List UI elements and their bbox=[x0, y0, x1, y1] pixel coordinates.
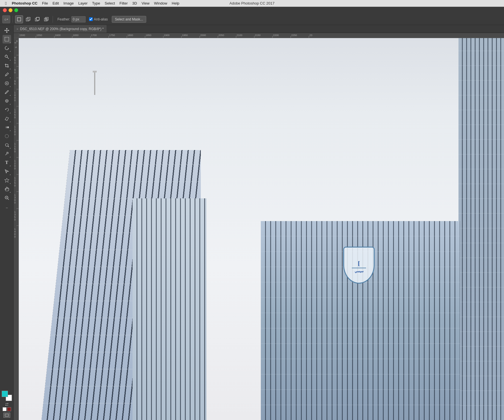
eyedropper-tool[interactable] bbox=[3, 70, 11, 79]
feather-input[interactable] bbox=[71, 16, 86, 22]
svg-text:1500: 1500 bbox=[19, 34, 25, 37]
svg-rect-1 bbox=[26, 18, 29, 21]
menu-window[interactable]: Window bbox=[152, 1, 170, 6]
select-and-mask-btn[interactable]: Select and Mask... bbox=[112, 16, 146, 23]
menu-filter[interactable]: Filter bbox=[117, 1, 130, 6]
svg-text:0: 0 bbox=[14, 71, 16, 74]
svg-text:1850: 1850 bbox=[146, 34, 151, 37]
menu-file[interactable]: File bbox=[40, 1, 50, 6]
svg-text:0: 0 bbox=[14, 133, 16, 136]
menu-type[interactable]: Type bbox=[90, 1, 102, 6]
screen-mode-btn[interactable] bbox=[3, 413, 10, 418]
svg-text:1950: 1950 bbox=[182, 34, 188, 37]
menu-view[interactable]: View bbox=[139, 1, 152, 6]
menu-photoshop[interactable]: Photoshop CC bbox=[9, 1, 40, 6]
svg-point-21 bbox=[5, 144, 8, 146]
left-toolbar: T bbox=[0, 25, 14, 420]
blur-tool[interactable] bbox=[3, 132, 11, 140]
antialias-label[interactable]: Anti-alias bbox=[89, 17, 108, 21]
type-tool[interactable]: T bbox=[3, 158, 11, 167]
menu-edit[interactable]: Edit bbox=[50, 1, 61, 6]
document-tab[interactable]: × DSC_6510.NEF @ 200% (Background copy, … bbox=[14, 25, 107, 33]
svg-text:2150: 2150 bbox=[255, 34, 261, 37]
svg-line-18 bbox=[5, 120, 7, 120]
maximize-button[interactable] bbox=[14, 8, 18, 12]
svg-text:1900: 1900 bbox=[164, 34, 170, 37]
lasso-tool[interactable] bbox=[3, 44, 11, 52]
swap-colors-btn[interactable] bbox=[5, 402, 9, 406]
menu-layer[interactable]: Layer bbox=[76, 1, 90, 6]
apple-logo[interactable]:  bbox=[2, 1, 9, 6]
building-right-main: [ سيسي bbox=[261, 221, 460, 420]
quick-mask-btn[interactable] bbox=[3, 407, 11, 411]
main-area: T bbox=[0, 25, 504, 420]
svg-text:0: 0 bbox=[14, 150, 16, 153]
eraser-tool[interactable] bbox=[3, 114, 11, 123]
canvas-document[interactable]: [ سيسي bbox=[19, 38, 504, 420]
crop-tool[interactable] bbox=[3, 61, 11, 70]
svg-rect-4 bbox=[36, 17, 39, 20]
svg-text:2250: 2250 bbox=[291, 34, 297, 37]
svg-text:2050: 2050 bbox=[218, 34, 224, 37]
more-tools-btn[interactable]: ··· bbox=[3, 203, 11, 212]
canvas-area: × DSC_6510.NEF @ 200% (Background copy, … bbox=[14, 25, 504, 420]
magic-wand-tool[interactable] bbox=[3, 53, 11, 61]
rect-marquee-tool[interactable] bbox=[3, 35, 11, 43]
svg-line-22 bbox=[8, 146, 9, 147]
menu-select[interactable]: Select bbox=[102, 1, 117, 6]
canvas-with-rulers: 8 8 5 8 5 0 9 0 9 5 1 0 bbox=[14, 38, 504, 420]
history-brush-tool[interactable] bbox=[3, 105, 11, 114]
svg-text:1750: 1750 bbox=[109, 34, 115, 37]
svg-rect-0 bbox=[17, 18, 21, 21]
healing-brush-tool[interactable] bbox=[3, 79, 11, 88]
svg-point-23 bbox=[7, 152, 7, 153]
menu-help[interactable]: Help bbox=[170, 1, 182, 6]
minimize-button[interactable] bbox=[9, 8, 13, 12]
path-selection-tool[interactable] bbox=[3, 167, 11, 176]
fg-color-swatch[interactable] bbox=[2, 391, 8, 397]
menu-3d[interactable]: 3D bbox=[130, 1, 139, 6]
shape-tool[interactable] bbox=[3, 176, 11, 184]
antialias-checkbox[interactable] bbox=[89, 17, 93, 21]
svg-text:0: 0 bbox=[14, 201, 16, 204]
feather-label: Feather: bbox=[57, 17, 70, 21]
close-button[interactable] bbox=[3, 8, 7, 12]
tab-close-btn[interactable]: × bbox=[16, 27, 18, 31]
brush-tool[interactable] bbox=[3, 88, 11, 96]
clone-stamp-tool[interactable] bbox=[3, 97, 11, 105]
building-antenna bbox=[94, 72, 95, 95]
move-tool[interactable] bbox=[3, 26, 11, 35]
intersect-selection-btn[interactable] bbox=[42, 15, 50, 23]
tool-mode-circle[interactable]: ○ ▾ bbox=[2, 15, 10, 23]
svg-text:8: 8 bbox=[16, 40, 18, 43]
menu-image[interactable]: Image bbox=[61, 1, 76, 6]
svg-text:0: 0 bbox=[14, 61, 16, 64]
building-far-right bbox=[458, 38, 504, 420]
svg-rect-19 bbox=[5, 126, 9, 128]
color-swatches[interactable] bbox=[2, 391, 12, 401]
subtract-selection-btn[interactable] bbox=[33, 15, 41, 23]
zoom-tool[interactable] bbox=[3, 194, 11, 202]
ruler-row: 1500 1550 1600 1650 1700 1750 1800 1850 bbox=[14, 33, 504, 38]
svg-text:23: 23 bbox=[309, 34, 312, 37]
new-selection-btn[interactable] bbox=[15, 15, 23, 23]
menubar:  Photoshop CC File Edit Image Layer Typ… bbox=[0, 0, 504, 7]
svg-line-25 bbox=[8, 199, 9, 200]
svg-text:2100: 2100 bbox=[237, 34, 242, 37]
svg-point-11 bbox=[5, 55, 7, 57]
vertical-ruler: 8 8 5 8 5 0 9 0 9 5 1 0 bbox=[14, 38, 19, 420]
svg-rect-28 bbox=[5, 414, 9, 416]
traffic-lights bbox=[3, 8, 18, 12]
pen-tool[interactable] bbox=[3, 149, 11, 158]
svg-text:0: 0 bbox=[14, 99, 16, 102]
svg-text:0: 0 bbox=[14, 116, 16, 119]
svg-text:1550: 1550 bbox=[36, 34, 42, 37]
hand-tool[interactable] bbox=[3, 185, 11, 193]
svg-text:0: 0 bbox=[14, 167, 16, 170]
dodge-tool[interactable] bbox=[3, 141, 11, 149]
add-selection-btn[interactable] bbox=[24, 15, 32, 23]
gradient-tool[interactable] bbox=[3, 123, 11, 132]
svg-text:5: 5 bbox=[14, 82, 16, 85]
svg-text:0: 0 bbox=[14, 184, 16, 187]
svg-rect-2 bbox=[27, 17, 30, 20]
